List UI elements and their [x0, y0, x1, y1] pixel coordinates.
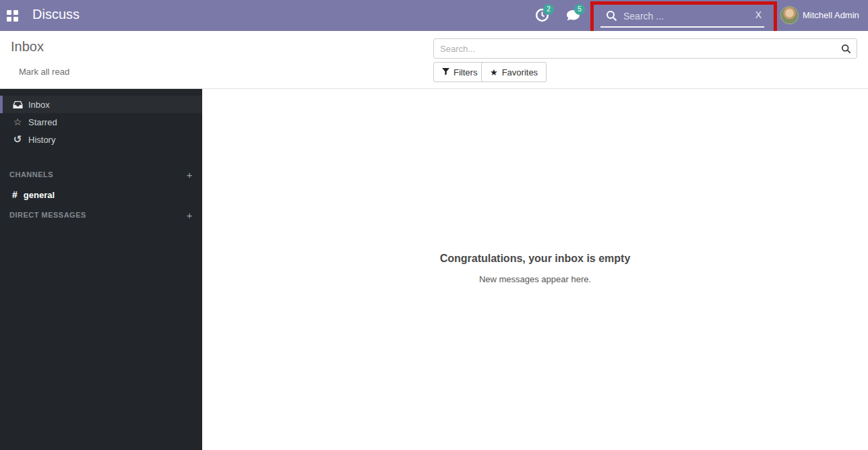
content-search-input[interactable] — [434, 39, 857, 58]
content-search-bar[interactable] — [433, 38, 857, 59]
app-name-menu[interactable]: Discuss — [32, 7, 80, 22]
sidebar-item-inbox[interactable]: Inbox — [0, 96, 202, 113]
discuss-sidebar: Inbox ☆ Starred ↺ History CHANNELS + # g… — [0, 89, 202, 450]
apps-grid-square — [13, 10, 18, 15]
message-count-badge: 5 — [574, 4, 585, 15]
search-icon[interactable] — [841, 44, 851, 57]
history-icon: ↺ — [12, 133, 23, 146]
thread-content: Congratulations, your inbox is empty New… — [202, 89, 868, 450]
add-direct-message-icon[interactable]: + — [187, 210, 193, 221]
messages-systray-button[interactable]: 5 — [566, 4, 589, 26]
navbar-search-input[interactable] — [623, 9, 745, 24]
activity-count-badge: 2 — [543, 4, 554, 15]
navbar-search: X — [594, 5, 774, 32]
avatar — [780, 6, 799, 24]
channels-header-label: CHANNELS — [9, 170, 53, 179]
add-channel-icon[interactable]: + — [187, 169, 193, 181]
star-icon: ★ — [490, 67, 498, 77]
sidebar-channel-general[interactable]: # general — [0, 186, 202, 203]
apps-grid-square — [13, 17, 18, 22]
star-outline-icon: ☆ — [12, 117, 23, 127]
sidebar-item-label: Starred — [28, 117, 57, 127]
hash-icon: # — [12, 189, 18, 200]
sidebar-item-history[interactable]: ↺ History — [0, 131, 202, 148]
apps-menu-icon[interactable] — [7, 10, 18, 22]
empty-state-title: Congratulations, your inbox is empty — [202, 253, 868, 265]
dm-header-label: DIRECT MESSAGES — [9, 211, 86, 219]
control-panel: Inbox Mark all read Filters ★ Favorites — [0, 31, 868, 89]
mark-all-read-button[interactable]: Mark all read — [19, 67, 69, 77]
channel-name: general — [24, 190, 55, 200]
filter-funnel-icon — [442, 67, 450, 77]
search-underline — [600, 26, 764, 28]
navbar-search-highlight-box[interactable]: X — [590, 1, 777, 35]
sidebar-item-starred[interactable]: ☆ Starred — [0, 113, 202, 131]
close-icon[interactable]: X — [755, 9, 762, 20]
apps-grid-square — [7, 17, 11, 22]
empty-state-subtitle: New messages appear here. — [202, 274, 868, 284]
activities-systray-button[interactable]: 2 — [535, 4, 558, 26]
favorites-label: Favorites — [502, 67, 538, 77]
inbox-icon — [12, 100, 23, 109]
top-navbar: Discuss 2 5 X — [0, 0, 868, 31]
breadcrumb-title: Inbox — [11, 39, 44, 55]
sidebar-item-label: Inbox — [28, 100, 50, 110]
apps-grid-square — [7, 10, 11, 15]
mailbox-list: Inbox ☆ Starred ↺ History — [0, 89, 202, 148]
channels-section-header[interactable]: CHANNELS + — [0, 168, 202, 181]
filters-button[interactable]: Filters — [433, 62, 486, 82]
direct-messages-section-header[interactable]: DIRECT MESSAGES + — [0, 209, 202, 221]
sidebar-item-label: History — [28, 135, 55, 145]
filters-label: Filters — [454, 67, 477, 77]
favorites-button[interactable]: ★ Favorites — [481, 62, 547, 82]
user-name: Mitchell Admin — [803, 10, 859, 20]
